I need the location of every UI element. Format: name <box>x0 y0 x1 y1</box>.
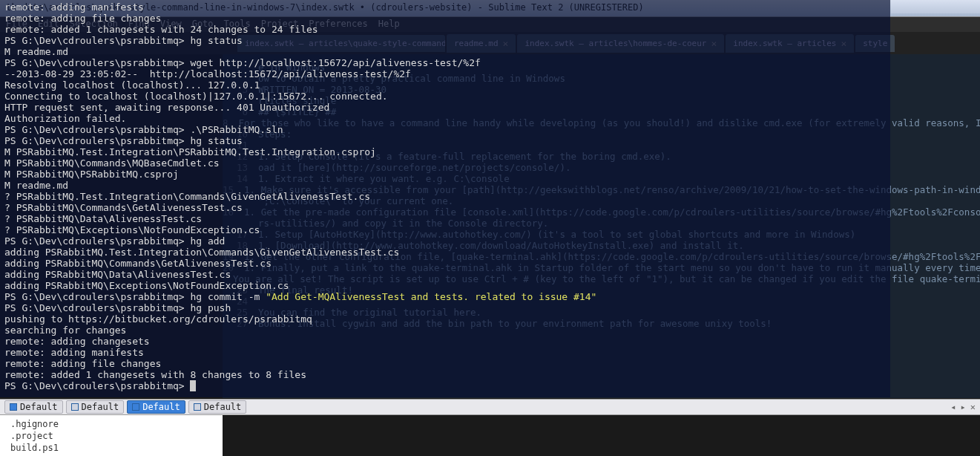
window-buttons[interactable] <box>891 0 980 13</box>
console-line: PS G:\Dev\cdroulers\psrabbitmq> wget htt… <box>4 57 886 68</box>
status-tab-2[interactable]: Default <box>127 400 185 414</box>
console-line: ? PSRabbitMQ.Test.Integration\Commands\G… <box>4 191 886 202</box>
console-line: adding PSRabbitMQ\Exceptions\NotFoundExc… <box>4 280 886 291</box>
bottom-dark-panel <box>223 415 980 456</box>
console-line: remote: added 1 changesets with 8 change… <box>4 369 886 380</box>
console-line: PS G:\Dev\cdroulers\psrabbitmq> hg statu… <box>4 35 886 46</box>
console-line: PS G:\Dev\cdroulers\psrabbitmq> hg add <box>4 235 886 247</box>
status-tab-3[interactable]: Default <box>188 400 247 414</box>
status-tab-bar: DefaultDefaultDefaultDefault ◂ ▸ ✕ <box>0 399 980 415</box>
console-line: Authorization failed. <box>4 113 886 124</box>
console-line: Resolving localhost (localhost)... 127.0… <box>4 79 886 91</box>
status-tab-icon <box>71 403 79 411</box>
console-line: ? PSRabbitMQ\Exceptions\NotFoundExceptio… <box>4 224 886 235</box>
console-line: PS G:\Dev\cdroulers\psrabbitmq> .\PSRabb… <box>4 124 886 135</box>
console-line: remote: adding file changes <box>4 13 886 24</box>
console-line: M readme.md <box>4 180 886 191</box>
status-tab-label: Default <box>82 402 119 412</box>
console-line: HTTP request sent, awaiting response... … <box>4 102 886 113</box>
status-tab-icon <box>194 403 201 411</box>
console-line: PS G:\Dev\cdroulers\psrabbitmq> hg commi… <box>4 291 886 302</box>
console-line: remote: adding changesets <box>4 336 886 347</box>
status-tab-label: Default <box>20 402 58 412</box>
status-tab-0[interactable]: Default <box>4 400 63 414</box>
console-line: Connecting to localhost (localhost)|127.… <box>4 91 886 102</box>
status-tab-label: Default <box>142 402 180 412</box>
console-line: ? PSRabbitMQ\Commands\GetAlivenessTest.c… <box>4 202 886 213</box>
console-line: --2013-08-29 23:05:02-- http://localhost… <box>4 68 886 79</box>
sidebar-file[interactable]: build.ps1 <box>10 442 212 454</box>
arrow-right-icon[interactable]: ▸ <box>961 402 966 412</box>
status-tab-label: Default <box>204 402 242 412</box>
console-line: M PSRabbitMQ.Test.Integration\PSRabbitMQ… <box>4 146 886 157</box>
console-overlay[interactable]: remote: adding manifestsremote: adding f… <box>0 0 890 397</box>
console-line: PS G:\Dev\cdroulers\psrabbitmq> <box>4 380 886 391</box>
status-nav-arrows[interactable]: ◂ ▸ ✕ <box>950 402 976 412</box>
sidebar-file[interactable]: .hgignore <box>10 418 212 430</box>
console-line: ? PSRabbitMQ\Data\AlivenessTest.cs <box>4 213 886 224</box>
console-line: M PSRabbitMQ\PSRabbitMQ.csproj <box>4 169 886 180</box>
sidebar-file[interactable]: .project <box>10 430 212 442</box>
console-line: remote: adding manifests <box>4 347 886 358</box>
console-line: searching for changes <box>4 325 886 336</box>
console-line: adding PSRabbitMQ.Test.Integration\Comma… <box>4 247 886 258</box>
status-tab-icon <box>132 403 139 411</box>
console-line: remote: adding manifests <box>4 1 886 13</box>
console-line: pushing to https://bitbucket.org/cdroule… <box>4 313 886 325</box>
console-line: remote: added 1 changesets with 24 chang… <box>4 24 886 35</box>
console-line: remote: adding file changes <box>4 358 886 369</box>
console-line: PS G:\Dev\cdroulers\psrabbitmq> hg statu… <box>4 135 886 146</box>
arrow-left-icon[interactable]: ◂ <box>950 402 956 412</box>
console-line: PS G:\Dev\cdroulers\psrabbitmq> hg push <box>4 302 886 313</box>
console-line: M readme.md <box>4 46 886 57</box>
status-tab-icon <box>10 403 17 411</box>
close-icon[interactable]: ✕ <box>970 402 976 412</box>
status-tab-1[interactable]: Default <box>66 400 125 414</box>
console-line: adding PSRabbitMQ\Data\AlivenessTest.cs <box>4 269 886 280</box>
console-line: M PSRabbitMQ\Commands\MQBaseCmdlet.cs <box>4 157 886 169</box>
console-line: adding PSRabbitMQ\Commands\GetAlivenessT… <box>4 258 886 269</box>
sidebar-files[interactable]: .hgignore.projectbuild.ps1 <box>0 415 223 456</box>
